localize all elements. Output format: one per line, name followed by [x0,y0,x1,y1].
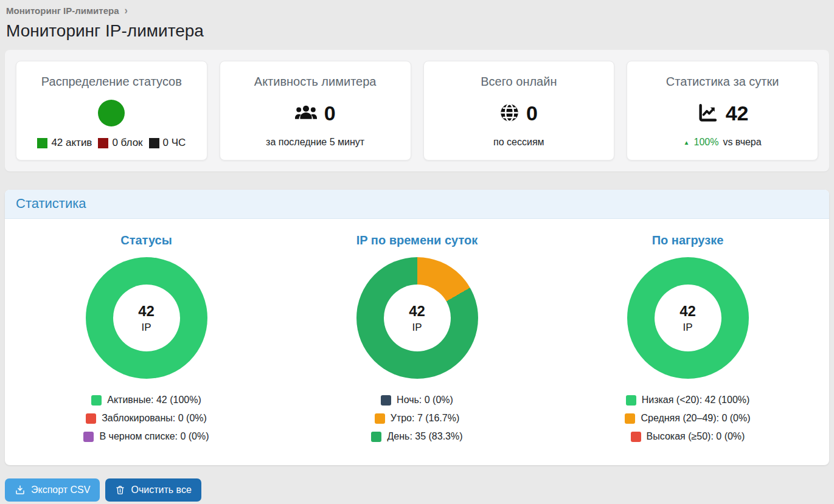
legend-label: Средняя (20–49): 0 (0%) [641,413,750,424]
donut-center-value: 42 [409,303,425,320]
breadcrumb: Мониторинг IP-лимитера › [6,5,828,16]
donut-center: 42 IP [113,285,180,351]
legend-label: Активные: 42 (100%) [107,395,201,406]
trash-icon [115,485,125,495]
stats-panel-header: Статистика [5,190,829,219]
legend-label: Ночь: 0 (0%) [397,395,453,406]
legend-label: Высокая (≥50): 0 (0%) [647,431,745,442]
action-bar: Экспорт CSV Очистить все [5,478,829,502]
online-subtitle: по сессиям [493,137,544,148]
trend-label: vs вчера [723,137,761,148]
donut-chart-statuses[interactable]: 42 IP [86,257,207,379]
button-label: Очистить все [131,485,191,495]
activity-subtitle: за последние 5 минут [266,137,364,148]
donut-chart-ip-by-daytime[interactable]: 42 IP [356,257,478,379]
page-header: Мониторинг IP-лимитера › Мониторинг IP-л… [0,0,834,41]
online-value: 0 [526,103,538,123]
legend-swatch [83,432,94,442]
chart-legend: Ночь: 0 (0%) Утро: 7 (16.7%) День: 35 (8… [371,395,462,442]
legend-item[interactable]: Низкая (<20): 42 (100%) [626,395,750,406]
card-daily-stats: Статистика за сутки 42 ▲ 100% vs вчера [627,61,818,161]
legend-label: День: 35 (83.3%) [387,431,462,442]
chart-ip-by-daytime: IP по времени суток 42 IP Ночь: 0 (0%) У… [282,227,552,442]
donut-chart-by-load[interactable]: 42 IP [627,257,749,379]
legend-item[interactable]: В черном списке: 0 (0%) [83,431,209,442]
chevron-right-icon: › [125,4,128,17]
chart-statuses: Статусы 42 IP Активные: 42 (100%) Заблок… [11,227,282,442]
legend-swatch-blocked [98,138,108,148]
trend-up-icon: ▲ [684,139,690,146]
donut-center-unit: IP [141,322,151,334]
legend-label-active: 42 актив [51,137,92,149]
daily-trend: ▲ 100% vs вчера [684,137,762,148]
users-icon [295,105,317,121]
donut-center-value: 42 [679,303,696,320]
clear-all-button[interactable]: Очистить все [105,478,201,502]
legend-item[interactable]: День: 35 (83.3%) [371,431,462,442]
stats-panel-body: Статусы 42 IP Активные: 42 (100%) Заблок… [5,219,829,465]
legend-item[interactable]: Высокая (≥50): 0 (0%) [631,431,745,442]
donut-center-unit: IP [683,322,692,334]
legend-item[interactable]: Ночь: 0 (0%) [381,395,453,406]
legend-swatch [625,413,635,424]
legend-swatch [86,413,96,424]
legend-item[interactable]: Заблокированы: 0 (0%) [86,413,207,424]
legend-label: Утро: 7 (16.7%) [391,413,460,424]
export-csv-button[interactable]: Экспорт CSV [5,478,100,502]
chart-by-load: По нагрузке 42 IP Низкая (<20): 42 (100%… [552,227,823,442]
chart-legend: Низкая (<20): 42 (100%) Средняя (20–49):… [625,395,750,442]
card-status-distribution: Распределение статусов 42 актив 0 блок 0… [16,61,207,161]
legend-swatch [91,395,102,406]
legend-swatch [375,413,385,424]
status-pie-chart [98,100,125,126]
chart-title: Статусы [120,233,172,247]
legend-item[interactable]: Утро: 7 (16.7%) [375,413,460,424]
trend-percent: 100% [693,137,718,148]
legend-swatch-active [37,138,47,148]
chart-title: IP по времени суток [356,233,478,247]
card-limiter-activity: Активность лимитера 0 за последние 5 мин… [220,61,411,161]
status-mini-legend: 42 актив 0 блок 0 ЧС [37,137,186,149]
legend-swatch [626,395,636,406]
legend-item[interactable]: Средняя (20–49): 0 (0%) [625,413,750,424]
legend-label: Заблокированы: 0 (0%) [102,413,207,424]
legend-label: Низкая (<20): 42 (100%) [642,395,750,406]
donut-center: 42 IP [655,285,721,351]
legend-swatch [631,432,641,442]
button-label: Экспорт CSV [31,485,90,495]
card-total-online: Всего онлайн 0 по сессиям [423,61,615,161]
card-title: Распределение статусов [41,75,182,89]
donut-center-value: 42 [138,303,155,320]
daily-value: 42 [726,103,749,123]
card-title: Всего онлайн [481,75,557,89]
legend-label-blocked: 0 блок [112,137,142,149]
card-title: Активность лимитера [254,75,377,89]
activity-value: 0 [324,103,336,123]
summary-cards-container: Распределение статусов 42 актив 0 блок 0… [5,50,829,171]
breadcrumb-link[interactable]: Мониторинг IP-лимитера [6,5,119,16]
card-title: Статистика за сутки [666,75,779,89]
download-icon [15,485,26,495]
chart-line-icon [697,103,718,122]
stats-panel: Статистика Статусы 42 IP Активные: 42 (1… [5,190,829,465]
legend-label-blacklist: 0 ЧС [163,137,186,149]
legend-item[interactable]: Активные: 42 (100%) [91,395,201,406]
donut-center-unit: IP [412,322,422,334]
donut-center: 42 IP [384,285,451,351]
legend-label: В черном списке: 0 (0%) [99,431,209,442]
legend-swatch-blacklist [149,138,159,148]
chart-legend: Активные: 42 (100%) Заблокированы: 0 (0%… [83,395,209,442]
chart-title: По нагрузке [652,233,724,247]
page-title: Мониторинг IP-лимитера [6,21,828,41]
globe-icon [500,103,519,122]
legend-swatch [371,432,381,442]
legend-swatch [381,395,391,406]
